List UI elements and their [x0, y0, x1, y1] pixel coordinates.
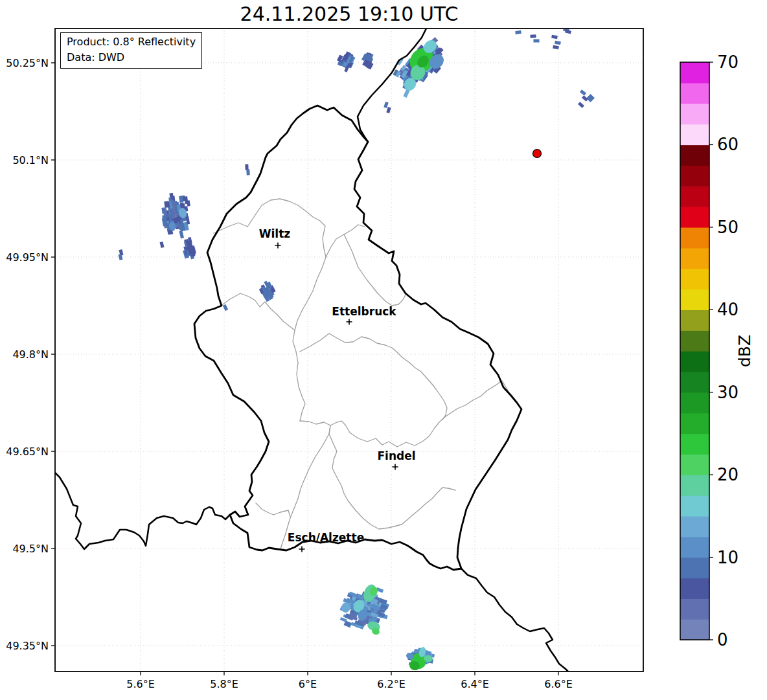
colorbar-segment	[680, 351, 709, 372]
colorbar-segment	[680, 269, 709, 290]
map-canvas: WiltzEttelbruckFindelEsch/Alzette5.6°E5.…	[0, 0, 767, 700]
colorbar-segment	[680, 83, 709, 104]
radar-echo-speck	[245, 164, 248, 170]
y-tick-label: 49.5°N	[12, 543, 49, 555]
radar-echo-speck	[578, 102, 584, 108]
radar-echo-cluster	[161, 193, 190, 238]
colorbar-segment	[680, 578, 709, 599]
colorbar-segment	[680, 165, 709, 186]
axis-ticks	[51, 63, 558, 675]
city-marker	[275, 243, 281, 249]
colorbar-segment	[680, 619, 709, 640]
x-tick-label: 6.2°E	[377, 678, 406, 690]
x-tick-label: 5.8°E	[210, 678, 238, 690]
radar-echo-cell	[179, 196, 183, 203]
axis-tick-labels: 5.6°E5.8°E6°E6.2°E6.4°E6.6°E50.25°N50.1°…	[6, 57, 573, 691]
colorbar-segment	[680, 495, 709, 517]
city-label: Findel	[377, 449, 415, 462]
district-border-line	[344, 234, 406, 306]
colorbar-tick-label: 20	[717, 465, 738, 484]
x-tick-label: 6.6°E	[544, 678, 573, 690]
radar-echo-cluster	[406, 646, 435, 672]
radar-echo-cell	[179, 231, 184, 239]
colorbar-segment	[680, 289, 709, 310]
france-germany-border	[461, 569, 570, 673]
district-borders	[214, 199, 510, 549]
colorbar: 010203040506070dBZ	[680, 52, 754, 649]
x-tick-label: 6.4°E	[461, 678, 489, 690]
radar-echo-speck	[553, 45, 559, 49]
radar-echo-speck	[246, 169, 250, 175]
colorbar-segment	[680, 516, 709, 537]
colorbar-segment	[680, 62, 709, 84]
colorbar-segment	[680, 330, 709, 352]
city-marker	[393, 464, 398, 470]
colorbar-unit-label: dBZ	[735, 335, 754, 367]
city-label: Ettelbruck	[332, 305, 396, 318]
colorbar-segment	[680, 558, 709, 579]
colorbar-segment	[680, 433, 709, 455]
y-tick-label: 50.1°N	[12, 154, 49, 166]
figure: WiltzEttelbruckFindelEsch/Alzette5.6°E5.…	[0, 0, 767, 700]
radar-echo-cluster	[339, 583, 389, 636]
figure-title: 24.11.2025 19:10 UTC	[55, 3, 643, 25]
y-tick-label: 50.25°N	[6, 57, 49, 69]
city-marker	[299, 547, 305, 552]
colorbar-segment	[680, 207, 709, 228]
radar-echo-cluster	[259, 281, 276, 302]
colorbar-tick-label: 60	[717, 135, 738, 154]
district-border-line	[326, 225, 365, 257]
x-tick-label: 5.6°E	[126, 678, 155, 690]
radar-echo-cluster	[361, 52, 374, 70]
y-tick-label: 49.65°N	[6, 446, 49, 458]
product-line: Product: 0.8° Reflectivity	[67, 34, 196, 50]
colorbar-segment	[680, 537, 709, 558]
belgium-france-border	[55, 473, 230, 549]
radar-echoes	[118, 28, 594, 672]
colorbar-segment	[680, 392, 709, 414]
radar-echo-cell	[164, 201, 170, 208]
district-border-line	[300, 381, 510, 447]
colorbar-segment	[680, 310, 709, 331]
colorbar-segment	[680, 124, 709, 146]
colorbar-tick-label: 70	[717, 52, 738, 72]
radar-echo-speck	[551, 35, 558, 39]
colorbar-segment	[680, 454, 709, 475]
colorbar-tick-label: 40	[717, 300, 738, 319]
radar-echo-speck	[384, 102, 389, 108]
district-border-line	[300, 333, 447, 420]
radar-echo-speck	[160, 242, 165, 248]
radar-echo-cluster	[337, 51, 356, 72]
y-tick-label: 49.35°N	[6, 640, 49, 652]
colorbar-tick-label: 50	[717, 218, 738, 237]
radar-echo-speck	[515, 30, 521, 34]
radar-echo-speck	[565, 29, 571, 34]
radar-echo-speck	[555, 41, 561, 45]
colorbar-segment	[680, 372, 709, 393]
colorbar-segment	[680, 413, 709, 435]
city-annotations: WiltzEttelbruckFindelEsch/Alzette	[259, 227, 416, 552]
radar-echo-cluster	[393, 37, 446, 98]
data-source-line: Data: DWD	[67, 50, 196, 65]
city-label: Esch/Alzette	[288, 531, 364, 544]
colorbar-segment	[680, 144, 709, 166]
colorbar-tick-label: 0	[717, 630, 728, 649]
belgium-germany-border	[358, 28, 426, 142]
radar-echo-speck	[223, 304, 228, 311]
radar-echo-speck	[580, 89, 586, 95]
radar-echo-speck	[533, 39, 539, 42]
district-border-line	[256, 503, 290, 517]
y-tick-label: 49.95°N	[6, 251, 49, 264]
colorbar-segment	[680, 475, 709, 496]
district-border-line	[329, 425, 455, 529]
colorbar-segment	[680, 104, 709, 125]
city-marker	[347, 319, 352, 325]
district-border-line	[220, 293, 295, 330]
plot-spine	[55, 28, 643, 672]
colorbar-tick-label: 30	[717, 383, 738, 402]
city-label: Wiltz	[259, 227, 291, 240]
colorbar-tick-label: 10	[717, 548, 738, 567]
colorbar-segment	[680, 227, 709, 249]
radar-echo-speck	[386, 107, 391, 113]
radar-echo-speck	[530, 34, 536, 38]
